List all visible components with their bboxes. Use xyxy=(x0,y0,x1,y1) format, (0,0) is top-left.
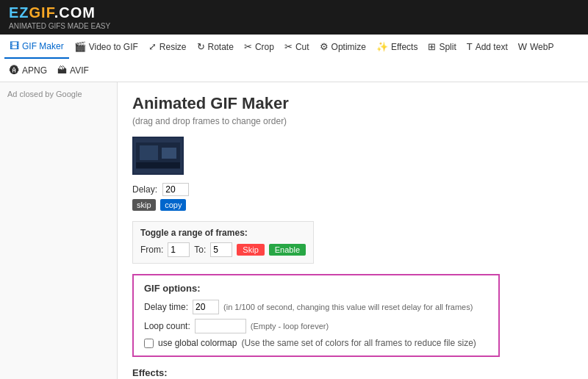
colormap-row: use global colormap (Use the same set of… xyxy=(144,338,488,348)
colormap-hint: (Use the same set of colors for all fram… xyxy=(241,338,476,348)
svg-rect-4 xyxy=(162,148,176,159)
gif-maker-icon: 🎞 xyxy=(10,40,19,51)
loop-count-input[interactable] xyxy=(195,319,246,333)
range-skip-button[interactable]: Skip xyxy=(237,244,264,256)
video-to-gif-icon: 🎬 xyxy=(74,41,86,52)
logo-subtitle: ANIMATED GIFS MADE EASY xyxy=(9,22,579,30)
delay-time-row: Delay time: (in 1/100 of second, changin… xyxy=(144,300,488,314)
delay-input[interactable] xyxy=(162,183,189,196)
add-text-icon: T xyxy=(467,41,473,52)
gif-options-title: GIF options: xyxy=(144,283,488,294)
loop-count-label: Loop count: xyxy=(144,321,190,331)
toggle-range-section: Toggle a range of frames: From: To: Skip… xyxy=(132,221,314,264)
copy-button[interactable]: copy xyxy=(160,199,186,211)
loop-count-row: Loop count: (Empty - loop forever) xyxy=(144,319,488,333)
nav-item-webp[interactable]: W WebP xyxy=(513,35,559,58)
svg-rect-5 xyxy=(136,162,180,168)
nav-label: Effects xyxy=(391,42,417,52)
nav-label: Rotate xyxy=(208,42,234,52)
layout: Ad closed by Google Animated GIF Maker (… xyxy=(0,82,588,379)
gif-options-section: GIF options: Delay time: (in 1/100 of se… xyxy=(132,274,500,357)
logo: EZGIF.COM xyxy=(9,4,579,21)
nav-label: GIF Maker xyxy=(22,41,64,51)
to-input[interactable] xyxy=(210,242,232,257)
nav-label: Video to GIF xyxy=(89,42,138,52)
nav-label: Cut xyxy=(295,42,309,52)
nav: 🎞 GIF Maker 🎬 Video to GIF ⤢ Resize ↻ Ro… xyxy=(0,35,588,82)
main-content: Animated GIF Maker (drag and drop frames… xyxy=(118,82,588,379)
effects-title: Effects: xyxy=(132,367,573,378)
from-input[interactable] xyxy=(168,242,190,257)
nav-label: Crop xyxy=(255,42,274,52)
page-title: Animated GIF Maker xyxy=(132,94,573,113)
frame-buttons: skip copy xyxy=(132,199,573,211)
page-subtitle: (drag and drop frames to change order) xyxy=(132,116,573,126)
nav-label: Optimize xyxy=(331,42,366,52)
nav-item-rotate[interactable]: ↻ Rotate xyxy=(192,35,239,58)
sidebar-ad-text: Ad closed by Google xyxy=(7,90,110,98)
skip-button[interactable]: skip xyxy=(132,199,156,211)
webp-icon: W xyxy=(518,41,527,52)
nav-item-crop[interactable]: ✂ Crop xyxy=(239,35,279,58)
from-label: From: xyxy=(140,245,163,255)
range-enable-button[interactable]: Enable xyxy=(269,244,306,256)
resize-icon: ⤢ xyxy=(148,41,157,52)
frame-container xyxy=(132,137,573,177)
apng-icon: 🅐 xyxy=(10,65,19,76)
delay-time-hint: (in 1/100 of second, changing this value… xyxy=(223,303,473,311)
header: EZGIF.COM ANIMATED GIFS MADE EASY xyxy=(0,0,588,35)
cut-icon: ✂ xyxy=(284,41,293,52)
nav-item-gif-maker[interactable]: 🎞 GIF Maker xyxy=(4,35,69,59)
nav-item-resize[interactable]: ⤢ Resize xyxy=(143,35,192,58)
crop-icon: ✂ xyxy=(244,41,252,52)
nav-item-apng[interactable]: 🅐 APNG xyxy=(4,59,52,82)
to-label: To: xyxy=(194,245,206,255)
effects-section: Effects: crossfade frames don't stack fr… xyxy=(132,367,573,379)
nav-item-optimize[interactable]: ⚙ Optimize xyxy=(315,35,371,58)
avif-icon: 🏔 xyxy=(57,65,67,76)
nav-label: AVIF xyxy=(70,65,89,76)
delay-time-input[interactable] xyxy=(193,300,219,314)
toggle-range-label: Toggle a range of frames: xyxy=(140,228,306,238)
colormap-checkbox[interactable] xyxy=(144,339,154,348)
svg-rect-3 xyxy=(140,145,158,160)
delay-row: Delay: xyxy=(132,183,573,196)
nav-label: APNG xyxy=(22,65,47,76)
range-row: From: To: Skip Enable xyxy=(140,242,306,257)
nav-item-cut[interactable]: ✂ Cut xyxy=(279,35,315,58)
loop-count-hint: (Empty - loop forever) xyxy=(251,322,329,331)
effects-icon: ✨ xyxy=(376,41,388,52)
delay-label: Delay: xyxy=(132,184,157,195)
nav-item-add-text[interactable]: T Add text xyxy=(462,35,513,58)
nav-label: WebP xyxy=(530,42,553,52)
nav-item-avif[interactable]: 🏔 AVIF xyxy=(52,59,94,82)
colormap-label: use global colormap xyxy=(158,338,237,348)
frame-image xyxy=(132,137,184,175)
delay-time-label: Delay time: xyxy=(144,302,188,312)
nav-label: Resize xyxy=(159,42,187,52)
rotate-icon: ↻ xyxy=(197,41,205,52)
nav-item-split[interactable]: ⊞ Split xyxy=(423,35,461,58)
sidebar: Ad closed by Google xyxy=(0,82,118,379)
nav-label: Split xyxy=(439,42,456,52)
split-icon: ⊞ xyxy=(428,41,436,52)
nav-item-effects[interactable]: ✨ Effects xyxy=(371,35,423,58)
optimize-icon: ⚙ xyxy=(320,41,329,52)
frame-thumbnail xyxy=(132,137,184,175)
nav-item-video-to-gif[interactable]: 🎬 Video to GIF xyxy=(69,35,143,58)
nav-label: Add text xyxy=(476,42,508,52)
